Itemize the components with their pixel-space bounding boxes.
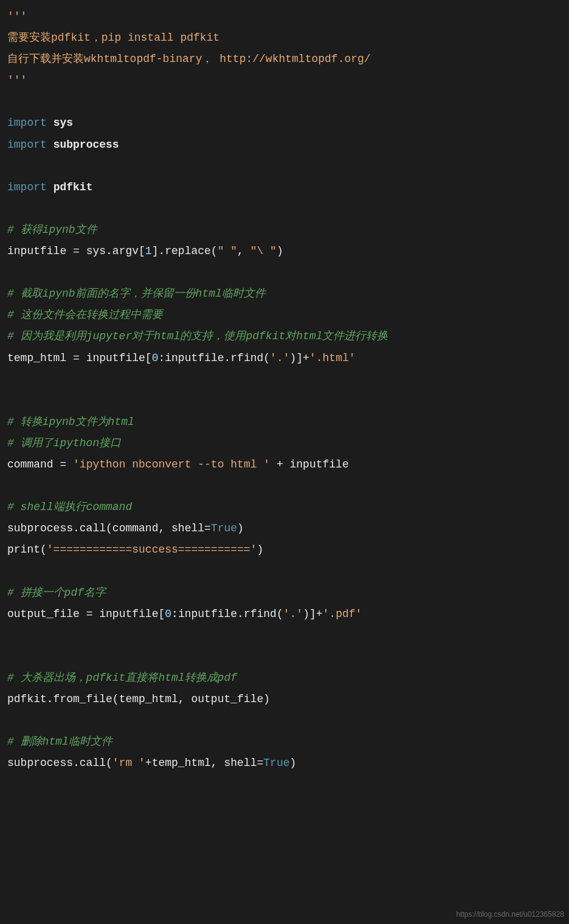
code-line: inputfile = sys.argv[1].replace(" ", "\ … [7,241,562,262]
code-line: # 转换ipynb文件为html [7,412,562,433]
watermark-text: https://blog.csdn.net/u012365828 [457,908,564,922]
code-line: output_file = inputfile[0:inputfile.rfin… [7,604,562,625]
code-line: # 调用了ipython接口 [7,433,562,454]
code-line [7,156,562,177]
code-line [7,646,562,667]
code-block: '''需要安装pdfkit，pip install pdfkit自行下载并安装w… [7,6,562,774]
code-line: print('============success===========') [7,539,562,560]
code-line: temp_html = inputfile[0:inputfile.rfind(… [7,348,562,369]
code-line: # 拼接一个pdf名字 [7,582,562,604]
code-line [7,710,562,731]
code-line: import subprocess [7,134,562,156]
code-line: # 截取ipynb前面的名字，并保留一份html临时文件 [7,283,562,305]
code-line: ''' [7,70,562,91]
code-line [7,369,562,390]
code-line: # 因为我是利用jupyter对于html的支持，使用pdfkit对html文件… [7,326,562,347]
code-line: # shell端执行command [7,497,562,518]
code-line [7,560,562,582]
code-line: subprocess.call('rm '+temp_html, shell=T… [7,753,562,774]
code-line [7,262,562,283]
code-line: command = 'ipython nbconvert --to html '… [7,454,562,475]
code-line: pdfkit.from_file(temp_html, output_file) [7,689,562,710]
code-line: # 获得ipynb文件 [7,219,562,241]
code-line [7,390,562,412]
code-line [7,91,562,112]
code-line: import sys [7,112,562,134]
code-line: 自行下载并安装wkhtmltopdf-binary， http://wkhtml… [7,49,562,70]
code-line: import pdfkit [7,177,562,198]
code-line [7,625,562,646]
code-line [7,475,562,497]
code-line: # 这份文件会在转换过程中需要 [7,305,562,326]
code-line: # 大杀器出场，pdfkit直接将html转换成pdf [7,667,562,689]
code-line: ''' [7,6,562,27]
code-line: 需要安装pdfkit，pip install pdfkit [7,27,562,49]
code-line: # 删除html临时文件 [7,731,562,753]
code-line: subprocess.call(command, shell=True) [7,518,562,539]
code-line [7,198,562,219]
